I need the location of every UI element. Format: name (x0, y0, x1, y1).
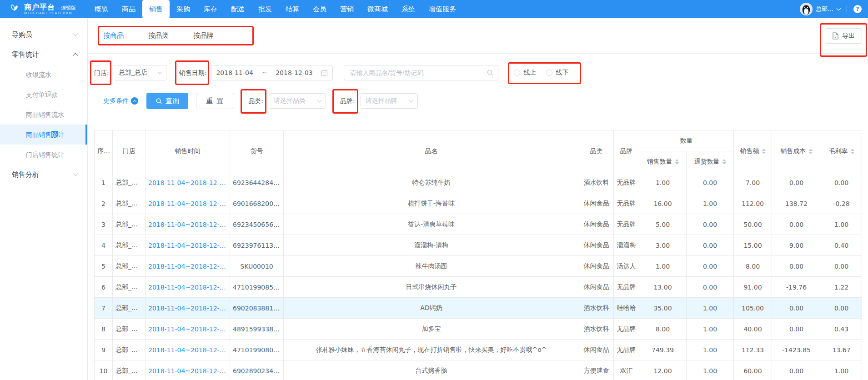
table-row: 5 总部_总店 2018-11-04~2018-12-03 SKU00010 辣… (95, 256, 862, 277)
nav-item-采购[interactable]: 采购 (170, 0, 197, 18)
cell-no: 6 (95, 277, 113, 298)
reset-button[interactable]: 重 置 (196, 93, 234, 109)
brand-select[interactable]: 请选择品牌 (361, 93, 418, 109)
cell-date-link[interactable]: 2018-11-04~2018-12-03 (146, 193, 230, 214)
cell-product-name: 特仑苏纯牛奶 (284, 172, 579, 193)
cell-brand: 无品牌 (614, 319, 639, 340)
chevron-down-icon (73, 171, 78, 176)
col-header-time: 销售时间 (146, 130, 230, 172)
query-button[interactable]: 查询 (146, 93, 188, 109)
more-conditions-label: 更多条件 (103, 97, 129, 105)
nav-item-增值服务[interactable]: 增值服务 (422, 0, 463, 18)
cell-date-link[interactable]: 2018-11-04~2018-12-03 (146, 360, 230, 380)
cell-margin: 1.00 (821, 214, 862, 235)
store-select[interactable]: 总部_总店 (114, 65, 166, 80)
cell-return-qty: 1.00 (687, 298, 734, 319)
date-range-picker[interactable]: 2018-11-04 ~ 2018-12-03 (211, 65, 333, 80)
nav-item-配送[interactable]: 配送 (224, 0, 251, 18)
user-chevron-down-icon[interactable] (837, 6, 841, 11)
cell-store: 总部_总店 (113, 277, 146, 298)
more-conditions-link[interactable]: 更多条件 (103, 97, 138, 105)
radio-线下[interactable]: 线下 (546, 69, 568, 77)
nav-item-系统[interactable]: 系统 (395, 0, 422, 18)
nav-item-销售[interactable]: 销售 (142, 0, 170, 18)
cell-date-link[interactable]: 2018-11-04~2018-12-03 (146, 319, 230, 340)
cell-amount: 8.00 (734, 256, 772, 277)
search-icon (156, 98, 162, 105)
help-icon[interactable]: ? (853, 5, 862, 13)
cell-date-link[interactable]: 2018-11-04~2018-12-03 (146, 340, 230, 360)
sort-amount-icon[interactable] (762, 149, 766, 154)
cell-date-link[interactable]: 2018-11-04~2018-12-03 (146, 298, 230, 319)
sidebar-item-支付单退款[interactable]: 支付单退款 (0, 85, 87, 105)
cell-amount: 91.00 (734, 277, 772, 298)
nav-item-批发[interactable]: 批发 (251, 0, 279, 18)
sort-margin-icon[interactable] (851, 149, 854, 154)
cell-sales-qty: 5.00 (639, 214, 687, 235)
cell-date-link[interactable]: 2018-11-04~2018-12-03 (146, 172, 230, 193)
cell-brand: 无品牌 (614, 277, 639, 298)
cell-category: 酒水饮料 (579, 319, 614, 340)
brand-select-placeholder: 请选择品牌 (366, 97, 397, 105)
date-start: 2018-11-04 (216, 69, 253, 76)
category-select[interactable]: 请选择品类 (269, 93, 326, 109)
avatar[interactable] (800, 3, 813, 15)
cell-store: 总部_总店 (113, 172, 146, 193)
cell-sku: SKU00010 (230, 256, 284, 277)
cell-date-link[interactable]: 2018-11-04~2018-12-03 (146, 256, 230, 277)
cell-return-qty: 0.00 (687, 172, 734, 193)
cell-date-link[interactable]: 2018-11-04~2018-12-03 (146, 214, 230, 235)
nav-item-营销[interactable]: 营销 (333, 0, 361, 18)
sidebar-item-商品销售流水[interactable]: 商品销售流水 (0, 105, 87, 125)
nav-item-概览[interactable]: 概览 (88, 0, 115, 18)
cell-store: 总部_总店 (113, 360, 146, 380)
cell-store: 总部_总店 (113, 340, 146, 360)
cell-cost: 0.00 (772, 214, 821, 235)
sort-sales-qty-icon[interactable] (675, 159, 679, 165)
cell-store: 总部_总店 (113, 235, 146, 256)
cell-date-link[interactable]: 2018-11-04~2018-12-03 (146, 277, 230, 298)
search-input[interactable] (344, 66, 498, 80)
tab-按品类[interactable]: 按品类 (148, 31, 169, 40)
nav-item-微商城[interactable]: 微商城 (361, 0, 395, 18)
cell-category: 酒水饮料 (579, 172, 614, 193)
tab-按品牌[interactable]: 按品牌 (193, 31, 214, 40)
sidebar-group-导购员[interactable]: 导购员 (0, 25, 87, 45)
sidebar-item-商品销售统计[interactable]: 商品销售统计 (0, 125, 87, 145)
cell-return-qty: 1.00 (687, 340, 734, 360)
cell-store: 总部_总店 (113, 214, 146, 235)
radio-circle-icon[interactable] (546, 70, 552, 76)
export-button[interactable]: x 导出 (825, 28, 862, 44)
radio-线上[interactable]: 线上 (514, 69, 536, 77)
cell-cost: -19.76 (772, 277, 821, 298)
tab-按商品[interactable]: 按商品 (103, 31, 124, 40)
sort-return-qty-icon[interactable] (722, 159, 726, 165)
cell-date-link[interactable]: 2018-11-04~2018-12-03 (146, 235, 230, 256)
brand-title: 商户平台 (24, 4, 55, 11)
sort-cost-icon[interactable] (809, 149, 813, 154)
col-header-amount: 销售额 (734, 130, 772, 172)
nav-item-结算[interactable]: 结算 (279, 0, 306, 18)
cell-no: 5 (95, 256, 113, 277)
nav-item-会员[interactable]: 会员 (306, 0, 333, 18)
search-icon[interactable] (487, 69, 494, 76)
cell-product-name: 辣牛肉汤面 (284, 256, 579, 277)
sidebar-item-门店销售统计[interactable]: 门店销售统计 (0, 145, 87, 165)
sidebar-group-零售统计[interactable]: 零售统计 (0, 45, 87, 65)
nav-item-商品[interactable]: 商品 (115, 0, 142, 18)
brand-filter-label: 品牌: (340, 97, 355, 105)
cell-category: 休闲食品 (579, 340, 614, 360)
category-filter-label: 品类: (248, 97, 263, 105)
date-separator: ~ (262, 69, 267, 76)
radio-circle-icon[interactable] (514, 70, 520, 76)
cell-sales-qty: 3.00 (639, 235, 687, 256)
tab-bar: 按商品按品类按品牌 (103, 31, 238, 40)
cell-margin: 13.67 (821, 340, 862, 360)
query-label: 查询 (166, 97, 179, 105)
cell-brand: 溜溜梅 (614, 235, 639, 256)
sidebar-group-销售分析[interactable]: 销售分析 (0, 165, 87, 185)
user-name[interactable]: 总部... (816, 5, 833, 13)
penguin-avatar-image (800, 3, 813, 15)
sidebar-item-收银流水[interactable]: 收银流水 (0, 65, 87, 85)
nav-item-库存[interactable]: 库存 (197, 0, 224, 18)
